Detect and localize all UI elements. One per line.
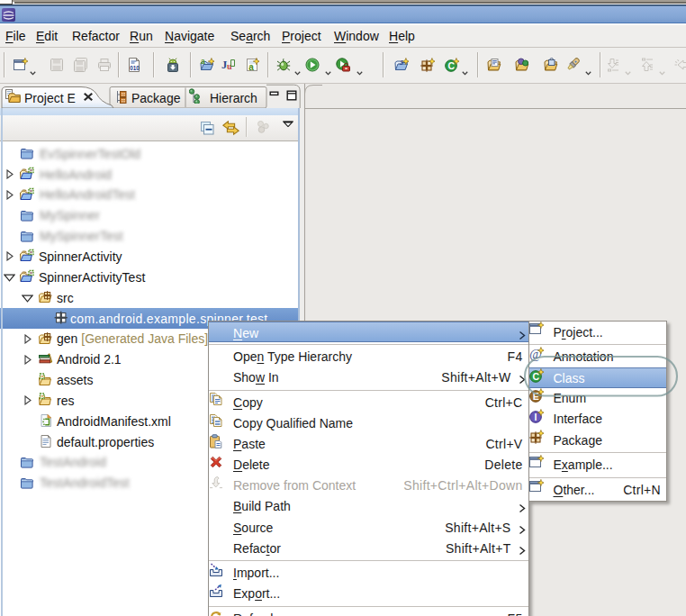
svg-text:a: a [201, 58, 205, 66]
svg-text:I: I [534, 412, 537, 422]
svg-text:C: C [447, 60, 455, 71]
svg-text:010: 010 [130, 65, 140, 71]
svg-text:a: a [248, 62, 254, 72]
svg-text:J: J [400, 59, 403, 67]
